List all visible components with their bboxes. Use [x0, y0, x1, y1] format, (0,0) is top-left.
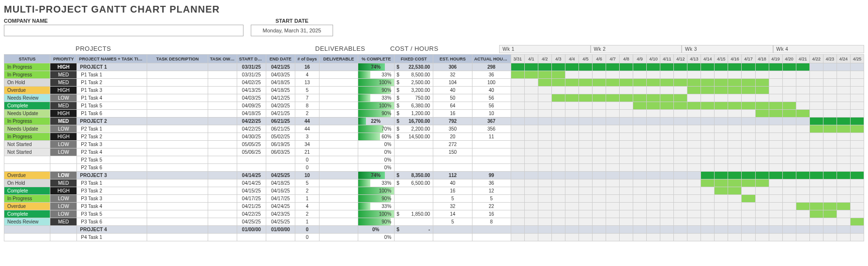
gantt-cell[interactable]: [606, 195, 619, 203]
gantt-cell[interactable]: [728, 156, 742, 164]
cell-end-date[interactable]: 04/18/25: [266, 87, 295, 94]
cell-status[interactable]: In Progress: [4, 71, 50, 79]
gantt-cell[interactable]: [551, 133, 565, 141]
project-row[interactable]: OverdueLOWPROJECT 304/14/2504/25/251074%…: [4, 172, 864, 179]
gantt-cell[interactable]: [647, 71, 660, 79]
gantt-cell[interactable]: [701, 63, 715, 71]
gantt-cell[interactable]: [565, 148, 579, 156]
gantt-cell[interactable]: [620, 102, 633, 110]
gantt-cell[interactable]: [742, 226, 755, 234]
gantt-cell[interactable]: [809, 110, 823, 118]
gantt-cell[interactable]: [579, 234, 592, 241]
cell-description[interactable]: [147, 110, 208, 118]
cell-priority[interactable]: LOW: [50, 210, 77, 218]
gantt-cell[interactable]: [796, 218, 809, 226]
gantt-cell[interactable]: [620, 156, 633, 164]
gantt-cell[interactable]: [769, 94, 782, 102]
cell-owner[interactable]: [208, 141, 237, 148]
gantt-cell[interactable]: [823, 234, 837, 241]
gantt-cell[interactable]: [809, 226, 823, 234]
gantt-cell[interactable]: [755, 226, 769, 234]
gantt-cell[interactable]: [728, 94, 742, 102]
gantt-cell[interactable]: [837, 234, 850, 241]
task-row[interactable]: CompleteLOWP3 Task 504/22/2504/23/252100…: [4, 210, 864, 218]
cell-status[interactable]: Overdue: [4, 172, 50, 179]
gantt-cell[interactable]: [660, 102, 674, 110]
gantt-cell[interactable]: [565, 94, 579, 102]
gantt-cell[interactable]: [850, 110, 864, 118]
cell-deliverable[interactable]: [320, 94, 358, 102]
cell-deliverable[interactable]: [320, 164, 358, 172]
gantt-cell[interactable]: [769, 133, 782, 141]
gantt-cell[interactable]: [551, 125, 565, 133]
cell-name[interactable]: P4 Task 1: [77, 234, 147, 241]
cell-est-hours[interactable]: 5: [433, 195, 472, 203]
gantt-cell[interactable]: [782, 156, 796, 164]
gantt-cell[interactable]: [620, 87, 633, 94]
gantt-cell[interactable]: [579, 102, 592, 110]
gantt-cell[interactable]: [565, 172, 579, 179]
cell-owner[interactable]: [208, 172, 237, 179]
gantt-cell[interactable]: [633, 87, 647, 94]
gantt-cell[interactable]: [524, 71, 538, 79]
gantt-cell[interactable]: [579, 133, 592, 141]
cell-est-hours[interactable]: 16: [433, 187, 472, 195]
gantt-cell[interactable]: [511, 218, 524, 226]
gantt-cell[interactable]: [565, 179, 579, 187]
gantt-cell[interactable]: [769, 71, 782, 79]
gantt-cell[interactable]: [620, 63, 633, 71]
gantt-cell[interactable]: [647, 218, 660, 226]
gantt-cell[interactable]: [728, 172, 742, 179]
gantt-cell[interactable]: [809, 87, 823, 94]
gantt-cell[interactable]: [674, 195, 687, 203]
cell-days[interactable]: 7: [295, 94, 319, 102]
cell-description[interactable]: [147, 210, 208, 218]
gantt-cell[interactable]: [782, 71, 796, 79]
cell-est-hours[interactable]: [433, 226, 472, 234]
gantt-cell[interactable]: [742, 125, 755, 133]
gantt-cell[interactable]: [769, 110, 782, 118]
gantt-cell[interactable]: [538, 141, 551, 148]
gantt-cell[interactable]: [620, 79, 633, 87]
cell-owner[interactable]: [208, 156, 237, 164]
gantt-cell[interactable]: [647, 234, 660, 241]
gantt-cell[interactable]: [755, 195, 769, 203]
gantt-cell[interactable]: [660, 195, 674, 203]
gantt-cell[interactable]: [565, 102, 579, 110]
gantt-cell[interactable]: [660, 110, 674, 118]
gantt-cell[interactable]: [769, 148, 782, 156]
gantt-cell[interactable]: [715, 226, 728, 234]
cell-fixed-cost[interactable]: [395, 195, 433, 203]
gantt-cell[interactable]: [823, 172, 837, 179]
gantt-cell[interactable]: [742, 94, 755, 102]
gantt-cell[interactable]: [565, 234, 579, 241]
gantt-cell[interactable]: [728, 110, 742, 118]
cell-fixed-cost[interactable]: [395, 141, 433, 148]
gantt-cell[interactable]: [592, 164, 606, 172]
gantt-cell[interactable]: [837, 226, 850, 234]
cell-name[interactable]: P1 Task 6: [77, 110, 147, 118]
gantt-cell[interactable]: [647, 156, 660, 164]
gantt-cell[interactable]: [755, 110, 769, 118]
gantt-cell[interactable]: [823, 79, 837, 87]
gantt-cell[interactable]: [809, 156, 823, 164]
gantt-cell[interactable]: [524, 94, 538, 102]
project-row[interactable]: In ProgressHIGHPROJECT 103/31/2504/21/25…: [4, 63, 864, 71]
cell-name[interactable]: P2 Task 2: [77, 133, 147, 141]
gantt-cell[interactable]: [823, 226, 837, 234]
gantt-cell[interactable]: [728, 203, 742, 210]
cell-percent-complete[interactable]: 100%: [358, 79, 395, 87]
gantt-cell[interactable]: [796, 164, 809, 172]
cell-status[interactable]: Complete: [4, 187, 50, 195]
cell-description[interactable]: [147, 226, 208, 234]
cell-description[interactable]: [147, 164, 208, 172]
gantt-cell[interactable]: [538, 226, 551, 234]
gantt-cell[interactable]: [647, 141, 660, 148]
cell-days[interactable]: 4: [295, 71, 319, 79]
gantt-cell[interactable]: [837, 179, 850, 187]
gantt-cell[interactable]: [524, 110, 538, 118]
cell-actual-hours[interactable]: 56: [472, 102, 511, 110]
cell-priority[interactable]: HIGH: [50, 87, 77, 94]
gantt-cell[interactable]: [606, 210, 619, 218]
gantt-cell[interactable]: [769, 218, 782, 226]
